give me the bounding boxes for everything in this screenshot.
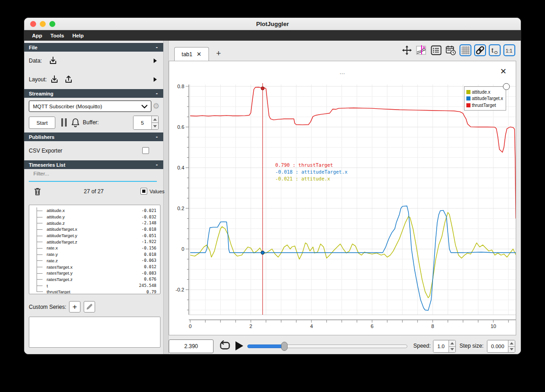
legend-item[interactable]: attitude.x	[466, 89, 503, 95]
plot-title: ...	[169, 69, 516, 75]
layout-row: Layout:	[24, 70, 163, 89]
timeseries-list-item[interactable]: rate.z-0.063	[29, 258, 160, 264]
data-menu-arrow-icon[interactable]	[154, 58, 157, 63]
timeseries-list-item[interactable]: rate.y0.018	[29, 251, 160, 258]
tab-tab1[interactable]: tab1 ✕	[174, 47, 209, 61]
close-plot-icon[interactable]: ✕	[500, 68, 507, 75]
series-name: attitude.z	[47, 221, 65, 226]
speed-spinbox[interactable]: 1.0	[433, 340, 456, 353]
play-icon[interactable]	[235, 341, 243, 350]
notifications-bell-icon[interactable]	[71, 117, 80, 127]
timeseries-list-item[interactable]: ratesTarget.y-0.083	[29, 270, 160, 276]
playback-bar: 2.390 Speed: 1.0 Step size: 0.000	[169, 338, 516, 355]
gear-icon[interactable]: ⚙	[153, 101, 160, 111]
tab-bar: tab1 ✕ + A	[169, 41, 521, 61]
pause-icon[interactable]	[61, 118, 67, 127]
playback-slider[interactable]	[247, 344, 407, 348]
close-window-button[interactable]	[30, 21, 36, 27]
svg-text:2: 2	[250, 323, 252, 329]
streaming-source-select[interactable]: MQTT Subscriber (Mosquitto)	[29, 101, 151, 112]
filter-underline	[29, 181, 157, 182]
timeseries-list-item[interactable]: attitude.y-0.032	[29, 214, 160, 220]
collapse-icon[interactable]: -	[156, 45, 158, 50]
add-custom-series-button[interactable]: +	[69, 301, 80, 313]
custom-series-label: Custom Series:	[29, 304, 66, 310]
edit-custom-series-button[interactable]	[84, 301, 95, 313]
tracker-dot-thrust	[261, 87, 264, 90]
legend-handle-icon[interactable]	[503, 83, 510, 90]
collapse-icon[interactable]: -	[156, 135, 158, 139]
file-section-header[interactable]: File-	[24, 43, 163, 52]
series-value: -2.148	[141, 221, 156, 225]
start-button[interactable]: Start	[29, 117, 55, 129]
minimize-window-button[interactable]	[40, 21, 46, 27]
legend-item[interactable]: attitudeTarget.x	[466, 95, 503, 102]
collapse-icon[interactable]: -	[156, 91, 158, 96]
series-name: rate.x	[47, 245, 58, 250]
maximize-window-button[interactable]	[49, 21, 55, 27]
buffer-spinbox[interactable]: 5	[133, 116, 159, 130]
spin-up-icon[interactable]	[508, 340, 515, 347]
timeseries-list-item[interactable]: rate.x-0.156	[29, 245, 160, 251]
timeseries-list-item[interactable]: attitude.x-0.021	[29, 207, 160, 214]
curve-list-icon[interactable]	[430, 44, 442, 56]
slider-handle[interactable]	[281, 342, 288, 351]
collapse-icon[interactable]: -	[156, 163, 158, 167]
series-name: rate.z	[47, 258, 58, 263]
app-window: PlotJuggler App Tools Help File- Data: L…	[24, 17, 521, 355]
curve-tracker-icon[interactable]: A	[416, 44, 427, 56]
grid-layout-icon[interactable]	[460, 44, 471, 56]
filter-row	[24, 169, 163, 184]
series-name: attitudeTarget.y	[47, 233, 77, 238]
plot-legend[interactable]: attitude.xattitudeTarget.xthrustTarget	[464, 86, 506, 111]
timeseries-list-item[interactable]: attitudeTarget.x-0.018	[29, 226, 160, 233]
series-value: -0.021	[141, 208, 156, 213]
csv-exporter-checkbox[interactable]	[142, 147, 149, 154]
timeseries-list-item[interactable]: attitudeTarget.y-0.051	[29, 233, 160, 239]
load-layout-icon[interactable]	[49, 74, 59, 85]
pan-zoom-icon[interactable]	[401, 44, 413, 56]
add-tab-button[interactable]: +	[214, 49, 224, 58]
plot-area[interactable]: 0246810-0.200.20.40.60.8 0.790 : thrustT…	[169, 61, 516, 335]
layout-menu-arrow-icon[interactable]	[154, 77, 157, 82]
datetime-icon[interactable]	[445, 44, 457, 56]
timeseries-list-item[interactable]: t245.548	[29, 282, 160, 289]
spin-up-icon[interactable]	[152, 116, 158, 123]
values-checkbox[interactable]	[140, 188, 147, 195]
spin-down-icon[interactable]	[449, 347, 455, 353]
series-value: 0.676	[144, 277, 156, 281]
timeseries-list[interactable]: attitude.x-0.021attitude.y-0.032attitude…	[29, 205, 160, 294]
tracker-time-input[interactable]: 2.390	[169, 339, 214, 353]
load-data-icon[interactable]	[48, 56, 58, 66]
legend-item[interactable]: thrustTarget	[466, 102, 503, 109]
timeseries-section-header[interactable]: Timeseries List-	[24, 160, 163, 169]
timeseries-list-item[interactable]: thrustTarget0.79	[29, 289, 160, 294]
spin-up-icon[interactable]	[449, 340, 455, 347]
panel-splitter[interactable]	[163, 41, 169, 355]
timeseries-list-item[interactable]: ratesTarget.x0.012	[29, 264, 160, 270]
custom-series-list[interactable]	[29, 317, 160, 348]
ratio-1-1-icon[interactable]: 1:1	[503, 44, 515, 56]
menu-app[interactable]: App	[29, 32, 45, 39]
streaming-controls-row: Start Buffer: 5	[24, 114, 163, 132]
loop-icon[interactable]	[219, 340, 231, 351]
menu-help[interactable]: Help	[69, 32, 87, 39]
time-offset-icon[interactable]: tO	[489, 44, 501, 56]
series-value: -0.032	[141, 215, 156, 219]
data-label: Data:	[29, 58, 42, 64]
spin-down-icon[interactable]	[152, 123, 158, 129]
timeseries-list-item[interactable]: attitudeTarget.z-1.922	[29, 238, 160, 245]
tree-branch-icon	[37, 233, 43, 239]
link-axes-icon[interactable]	[474, 44, 486, 56]
timeseries-section-title: Timeseries List	[29, 162, 65, 168]
menu-tools[interactable]: Tools	[47, 32, 67, 39]
streaming-section-header[interactable]: Streaming-	[24, 89, 163, 98]
filter-input[interactable]	[29, 171, 157, 176]
timeseries-list-item[interactable]: attitude.z-2.148	[29, 220, 160, 226]
step-size-spinbox[interactable]: 0.000	[487, 340, 515, 353]
publishers-section-header[interactable]: Publishers-	[24, 132, 163, 141]
save-layout-icon[interactable]	[64, 74, 74, 85]
close-tab-icon[interactable]: ✕	[197, 51, 202, 58]
timeseries-list-item[interactable]: ratesTarget.z0.676	[29, 276, 160, 283]
spin-down-icon[interactable]	[508, 347, 515, 353]
